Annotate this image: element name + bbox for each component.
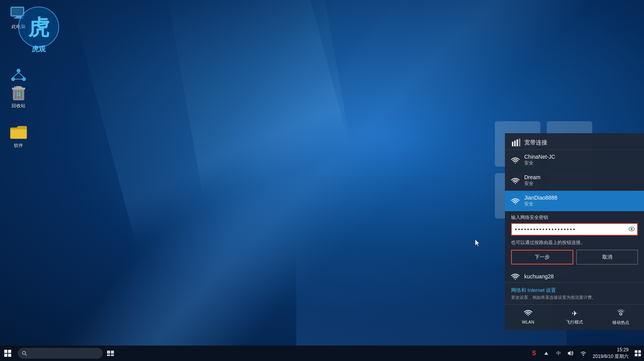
- taskbar: S 中 15:29 2019/8/10 星期六: [0, 346, 644, 361]
- svg-rect-44: [638, 350, 641, 353]
- software-label: 软件: [14, 143, 23, 149]
- taskbar-search[interactable]: [18, 348, 103, 359]
- wifi-buttons: 下一步 取消: [511, 250, 638, 264]
- tiger-logo[interactable]: 虎 虎观: [17, 6, 60, 58]
- speaker-icon: [568, 351, 574, 356]
- notification-icon: [635, 350, 641, 356]
- wifi-network-chinanet[interactable]: ChinaNet-JC 安全: [505, 150, 644, 170]
- taskview-icon: [107, 351, 114, 356]
- wifi-jiandiao-security: 安全: [524, 201, 557, 207]
- wifi-action-hotspot[interactable]: 移动热点: [598, 305, 644, 330]
- wifi-signal-icon-jiandiao: [511, 198, 520, 205]
- desktop-icon-recycle[interactable]: ♻ 回收站: [3, 83, 34, 109]
- clock-time: 15:29: [593, 347, 629, 353]
- wifi-password-input-wrapper: [511, 223, 638, 236]
- wifi-settings-section: 网络和 Internet 设置 更改设置，例如将某连接设置为按流量计费。: [505, 282, 644, 304]
- svg-rect-43: [635, 350, 637, 353]
- network-icon: [9, 66, 28, 84]
- desktop: 此电脑 虎 虎观 网络: [0, 0, 644, 346]
- wifi-action-airplane[interactable]: ✈ 飞行模式: [551, 305, 598, 330]
- cursor: [475, 239, 480, 246]
- wifi-panel-header: 宽带连接: [505, 133, 644, 150]
- wifi-settings-link[interactable]: 网络和 Internet 设置: [511, 287, 556, 293]
- svg-marker-41: [544, 352, 548, 355]
- svg-rect-40: [111, 354, 114, 356]
- svg-rect-38: [111, 351, 114, 354]
- superfish-icon[interactable]: S: [528, 346, 540, 361]
- svg-rect-34: [8, 354, 11, 357]
- wifi-cancel-button[interactable]: 取消: [576, 250, 638, 264]
- svg-text:虎观: 虎观: [31, 45, 46, 53]
- wifi-panel: 宽带连接 ChinaNet-JC 安全 Dre: [505, 133, 644, 330]
- svg-rect-32: [8, 350, 11, 353]
- svg-rect-39: [107, 354, 110, 356]
- svg-text:♻: ♻: [16, 91, 21, 97]
- svg-rect-19: [16, 86, 21, 88]
- notification-center-button[interactable]: [632, 346, 644, 361]
- wifi-signal-icon-kuchuang: [511, 273, 520, 280]
- airplane-icon: ✈: [572, 309, 578, 318]
- wlan-label: WLAN: [522, 320, 534, 324]
- wifi-dream-security: 安全: [524, 180, 540, 187]
- wifi-dream-name: Dream: [524, 174, 540, 180]
- start-button[interactable]: [0, 346, 15, 361]
- wifi-action-wlan[interactable]: WLAN: [505, 305, 551, 330]
- svg-rect-31: [4, 350, 7, 353]
- svg-point-30: [620, 313, 622, 315]
- svg-rect-25: [514, 141, 516, 146]
- svg-point-29: [631, 228, 633, 230]
- svg-rect-45: [635, 354, 637, 356]
- airplane-label: 飞行模式: [566, 319, 583, 325]
- svg-rect-27: [519, 139, 520, 146]
- wifi-network-dream[interactable]: Dream 安全: [505, 170, 644, 191]
- wifi-bottom-actions: WLAN ✈ 飞行模式 移动热点: [505, 304, 644, 330]
- wifi-jiandiao-name: JianDiao8888: [524, 195, 557, 201]
- wifi-chinanet-info: ChinaNet-JC 安全: [524, 154, 555, 166]
- ime-indicator[interactable]: 中: [552, 346, 565, 361]
- wifi-router-hint: 也可以通过按路由器上的按钮连接。: [511, 239, 638, 246]
- volume-icon[interactable]: [565, 346, 577, 361]
- recycle-label: 回收站: [12, 103, 25, 109]
- wifi-kuchuang-info: kuchuang28 安全: [524, 273, 554, 280]
- svg-rect-37: [107, 351, 110, 354]
- wifi-dream-info: Dream 安全: [524, 174, 540, 187]
- software-icon: [9, 123, 28, 141]
- tray-up-arrow[interactable]: [540, 346, 552, 361]
- svg-rect-33: [4, 354, 7, 357]
- chevron-up-icon: [544, 352, 548, 355]
- taskbar-clock[interactable]: 15:29 2019/8/10 星期六: [590, 347, 632, 360]
- wifi-tray-icon: [580, 351, 586, 356]
- wifi-password-toggle[interactable]: [629, 226, 635, 232]
- svg-point-11: [17, 69, 20, 73]
- svg-line-15: [19, 73, 24, 77]
- taskview-button[interactable]: [104, 346, 117, 361]
- hotspot-label: 移动热点: [612, 320, 629, 325]
- wifi-panel-title: 宽带连接: [524, 139, 547, 146]
- tray-network-icon[interactable]: [577, 346, 590, 361]
- wifi-signal-icon-dream: [511, 177, 520, 184]
- wifi-next-button[interactable]: 下一步: [511, 250, 573, 264]
- wifi-chinanet-security: 安全: [524, 160, 555, 166]
- svg-line-36: [25, 354, 27, 356]
- wifi-settings-hint: 更改设置，例如将某连接设置为按流量计费。: [511, 295, 638, 300]
- wlan-icon: [524, 309, 532, 318]
- wifi-password-input[interactable]: [512, 224, 637, 235]
- search-icon: [22, 351, 27, 356]
- hotspot-icon: [617, 309, 625, 318]
- desktop-icon-software[interactable]: 软件: [3, 123, 34, 149]
- clock-date: 2019/8/10 星期六: [593, 353, 629, 360]
- svg-text:虎: 虎: [28, 15, 49, 39]
- svg-point-35: [22, 351, 25, 354]
- wifi-chinanet-name: ChinaNet-JC: [524, 154, 555, 160]
- wifi-signal-icon-chinanet: [511, 157, 520, 164]
- wideband-icon: [511, 139, 520, 146]
- wifi-kuchuang-name: kuchuang28: [524, 273, 554, 280]
- wifi-network-kuchuang[interactable]: kuchuang28 安全: [505, 269, 644, 282]
- svg-rect-26: [517, 139, 518, 146]
- wifi-network-jiandiao[interactable]: JianDiao8888 安全: [505, 191, 644, 211]
- svg-line-14: [13, 73, 19, 77]
- recycle-icon: ♻: [9, 83, 28, 102]
- svg-rect-46: [638, 354, 641, 356]
- wifi-password-section: 输入网络安全密钥 也可以通过按路由器上的按钮连接。 下一步 取消: [505, 211, 644, 269]
- svg-marker-42: [568, 351, 571, 356]
